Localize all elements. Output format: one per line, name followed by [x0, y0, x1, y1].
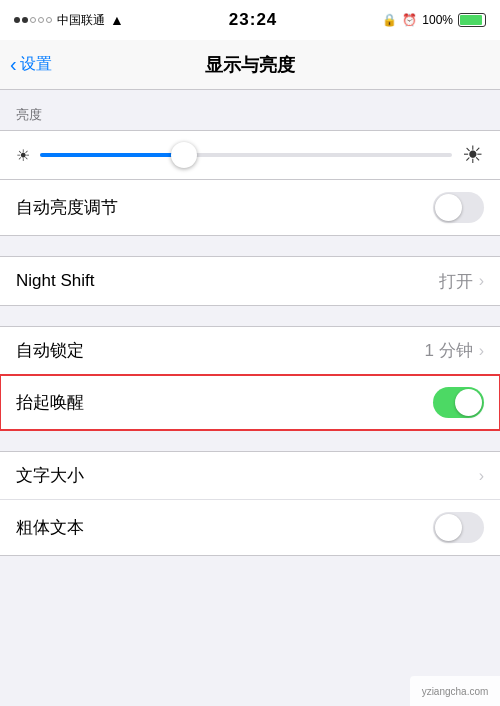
status-right: 🔒 ⏰ 100% [382, 13, 486, 27]
text-group: 文字大小 › 粗体文本 [0, 451, 500, 556]
auto-brightness-row: 自动亮度调节 [0, 180, 500, 235]
alarm-icon: ⏰ [402, 13, 417, 27]
raise-wake-row[interactable]: 抬起唤醒 [0, 375, 500, 430]
text-size-chevron-icon: › [479, 467, 484, 485]
signal-dots [14, 17, 52, 23]
navigation-bar: ‹ 设置 显示与亮度 [0, 40, 500, 90]
battery-icon [458, 13, 486, 27]
brightness-section: ☀ ☀ [0, 130, 500, 180]
raise-wake-label: 抬起唤醒 [16, 391, 84, 414]
bold-text-toggle-knob [435, 514, 462, 541]
night-shift-right: 打开 › [439, 270, 484, 293]
text-size-row[interactable]: 文字大小 › [0, 452, 500, 500]
auto-brightness-group: 自动亮度调节 [0, 180, 500, 236]
raise-wake-toggle-knob [455, 389, 482, 416]
brightness-slider-thumb[interactable] [171, 142, 197, 168]
lock-wake-group: 自动锁定 1 分钟 › 抬起唤醒 [0, 326, 500, 431]
brightness-slider-fill [40, 153, 184, 157]
auto-brightness-toggle-knob [435, 194, 462, 221]
battery-fill [460, 15, 482, 25]
night-shift-label: Night Shift [16, 271, 94, 291]
signal-dot-4 [38, 17, 44, 23]
sun-small-icon: ☀ [16, 146, 30, 165]
page-title: 显示与亮度 [205, 53, 295, 77]
auto-lock-label: 自动锁定 [16, 339, 84, 362]
battery-body [458, 13, 486, 27]
back-button[interactable]: ‹ 设置 [10, 54, 52, 76]
signal-dot-3 [30, 17, 36, 23]
auto-lock-row[interactable]: 自动锁定 1 分钟 › [0, 327, 500, 375]
back-chevron-icon: ‹ [10, 53, 17, 76]
carrier-label: 中国联通 [57, 12, 105, 29]
content-area: 亮度 ☀ ☀ 自动亮度调节 Night Shift 打开 › [0, 90, 500, 556]
auto-lock-chevron-icon: › [479, 342, 484, 360]
status-time: 23:24 [229, 10, 277, 30]
wifi-icon: ▲ [110, 12, 124, 28]
bold-text-label: 粗体文本 [16, 516, 84, 539]
auto-brightness-toggle[interactable] [433, 192, 484, 223]
night-shift-value: 打开 [439, 270, 473, 293]
bold-text-toggle[interactable] [433, 512, 484, 543]
battery-percent: 100% [422, 13, 453, 27]
lock-icon: 🔒 [382, 13, 397, 27]
text-size-label: 文字大小 [16, 464, 84, 487]
status-bar: 中国联通 ▲ 23:24 🔒 ⏰ 100% [0, 0, 500, 40]
auto-brightness-label: 自动亮度调节 [16, 196, 118, 219]
night-shift-row[interactable]: Night Shift 打开 › [0, 257, 500, 305]
watermark: yziangcha.com [410, 676, 500, 706]
raise-wake-toggle[interactable] [433, 387, 484, 418]
auto-lock-right: 1 分钟 › [424, 339, 484, 362]
brightness-slider-track[interactable] [40, 153, 452, 157]
watermark-text: yziangcha.com [422, 686, 489, 697]
auto-lock-value: 1 分钟 [424, 339, 472, 362]
sun-large-icon: ☀ [462, 141, 484, 169]
back-label: 设置 [20, 54, 52, 75]
signal-dot-1 [14, 17, 20, 23]
brightness-section-label: 亮度 [0, 106, 500, 130]
night-shift-group: Night Shift 打开 › [0, 256, 500, 306]
status-left: 中国联通 ▲ [14, 12, 124, 29]
night-shift-chevron-icon: › [479, 272, 484, 290]
brightness-row: ☀ ☀ [16, 141, 484, 169]
signal-dot-5 [46, 17, 52, 23]
bold-text-row: 粗体文本 [0, 500, 500, 555]
signal-dot-2 [22, 17, 28, 23]
